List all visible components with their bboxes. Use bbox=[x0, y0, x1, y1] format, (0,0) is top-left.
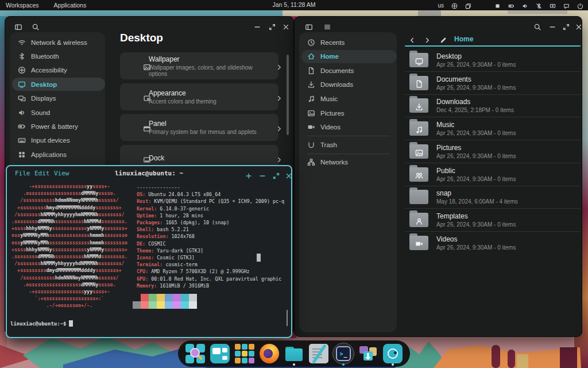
top-panel: WorkspacesApplications Jan 5, 11:28 AM u… bbox=[0, 0, 588, 10]
file-row-music[interactable]: MusicApr 26, 2024, 9:30AM - 0 items bbox=[405, 117, 581, 140]
accessibility-icon[interactable] bbox=[451, 2, 458, 9]
search-icon[interactable] bbox=[32, 21, 40, 29]
file-row-snap[interactable]: snapMay 18, 2024, 6:00AM - 4 items bbox=[405, 186, 581, 208]
battery-icon bbox=[18, 122, 26, 131]
settings-card-appearance[interactable]: AppearanceAccent colors and theming bbox=[120, 83, 278, 110]
palette-swatch bbox=[189, 301, 197, 309]
forward-button[interactable] bbox=[423, 34, 431, 43]
panel-menu-applications[interactable]: Applications bbox=[54, 2, 87, 9]
music-icon bbox=[307, 95, 315, 103]
sidebar-item-home[interactable]: Home bbox=[301, 50, 397, 63]
file-row-templates[interactable]: TemplatesApr 26, 2024, 9:30AM - 0 items bbox=[405, 209, 581, 231]
sidebar-item-sound[interactable]: Sound bbox=[12, 106, 105, 119]
maximize-button[interactable] bbox=[268, 21, 276, 29]
file-row-public[interactable]: PublicApr 26, 2024, 9:30AM - 0 items bbox=[405, 163, 581, 186]
bluetooth-off-icon[interactable] bbox=[536, 2, 542, 9]
palette-swatch bbox=[141, 301, 149, 309]
file-row-desktop[interactable]: DesktopApr 26, 2024, 9:30AM - 0 items bbox=[405, 49, 581, 71]
file-text: MusicApr 26, 2024, 9:30AM - 0 items bbox=[436, 121, 516, 136]
sidebar-item-networks[interactable]: Networks bbox=[301, 156, 397, 169]
close-button[interactable] bbox=[285, 170, 293, 178]
close-button[interactable] bbox=[282, 21, 290, 29]
video-icon bbox=[307, 123, 315, 131]
dock-item-app-store[interactable] bbox=[357, 340, 380, 367]
sidebar-item-input-devices[interactable]: Input devices bbox=[12, 134, 105, 147]
running-indicator bbox=[392, 363, 394, 366]
dock-card-icon bbox=[131, 154, 140, 162]
file-row-documents[interactable]: DocumentsApr 26, 2024, 9:30AM - 0 items bbox=[405, 72, 581, 94]
breadcrumb[interactable]: Home bbox=[454, 35, 473, 43]
battery-icon[interactable] bbox=[508, 2, 514, 9]
sidebar-toggle-icon[interactable] bbox=[305, 21, 313, 29]
sidebar-item-label: Sound bbox=[31, 109, 50, 116]
file-row-videos[interactable]: VideosApr 26, 2024, 9:30AM - 0 items bbox=[405, 232, 581, 254]
dock-item-app-library[interactable] bbox=[233, 340, 256, 367]
sidebar-item-desktop[interactable]: Desktop bbox=[12, 78, 105, 91]
sidebar-item-pictures[interactable]: Pictures bbox=[301, 106, 397, 120]
keyboard-layout-indicator[interactable]: us bbox=[438, 2, 444, 9]
close-button[interactable] bbox=[575, 21, 583, 29]
sidebar-toggle-icon[interactable] bbox=[14, 21, 22, 29]
sidebar-item-music[interactable]: Music bbox=[301, 92, 397, 105]
palette-swatch bbox=[181, 301, 189, 309]
folder-icon bbox=[409, 53, 428, 67]
sidebar-item-accessibility[interactable]: Accessibility bbox=[12, 64, 105, 77]
dock-item-firefox[interactable] bbox=[258, 340, 281, 367]
sidebar-item-downloads[interactable]: Downloads bbox=[301, 78, 397, 91]
sound-icon[interactable] bbox=[522, 2, 528, 9]
document-icon bbox=[307, 67, 315, 75]
maximize-button[interactable] bbox=[562, 21, 570, 29]
minimize-button[interactable] bbox=[258, 170, 266, 178]
terminal-prompt[interactable]: linuxiac@ubuntu:~$ bbox=[10, 320, 73, 327]
sidebar-item-trash[interactable]: Trash bbox=[301, 138, 397, 151]
file-name: Public bbox=[436, 167, 516, 175]
chat-icon[interactable] bbox=[563, 2, 570, 9]
dock-item-screenshots[interactable] bbox=[381, 340, 404, 367]
settings-card-panel[interactable]: PanelPrimary system bar for menus and ap… bbox=[120, 114, 278, 141]
settings-scrollbar[interactable] bbox=[287, 55, 289, 135]
back-button[interactable] bbox=[408, 34, 416, 43]
settings-card-wallpaper[interactable]: WallpaperWallpaper images, colors, and s… bbox=[120, 52, 278, 79]
sidebar-item-videos[interactable]: Videos bbox=[301, 121, 397, 134]
file-text: TemplatesApr 26, 2024, 9:30AM - 0 items bbox=[436, 212, 516, 228]
sidebar-item-label: Home bbox=[320, 53, 339, 60]
page-title: Desktop bbox=[120, 32, 163, 44]
file-row-downloads[interactable]: DownloadsDec 4, 2025, 2:18PM - 0 items bbox=[405, 94, 581, 117]
sidebar-item-displays[interactable]: Displays bbox=[12, 92, 105, 105]
palette-swatch bbox=[149, 301, 157, 309]
power-icon[interactable] bbox=[577, 2, 583, 9]
accessibility-icon bbox=[18, 66, 26, 74]
minimize-button[interactable] bbox=[548, 21, 556, 29]
square-icon[interactable] bbox=[494, 2, 501, 9]
sidebar-item-documents[interactable]: Documents bbox=[301, 64, 397, 77]
sidebar-item-applications[interactable]: Applications bbox=[12, 148, 105, 161]
clock[interactable]: Jan 5, 11:28 AM bbox=[272, 1, 315, 8]
folder-icon bbox=[409, 190, 428, 204]
sidebar-item-recents[interactable]: Recents bbox=[301, 36, 397, 49]
file-text: PublicApr 26, 2024, 9:30AM - 0 items bbox=[436, 167, 516, 182]
dock-item-terminal[interactable]: >_ bbox=[332, 340, 355, 367]
folder-icon bbox=[409, 121, 428, 136]
terminal-cursor bbox=[69, 320, 73, 327]
search-icon[interactable] bbox=[533, 21, 541, 29]
card-title: Dock bbox=[149, 154, 264, 162]
terminal-scrollbar[interactable] bbox=[287, 310, 288, 326]
window-stack-icon[interactable] bbox=[465, 2, 471, 9]
maximize-button[interactable] bbox=[272, 170, 280, 178]
file-name: Desktop bbox=[436, 52, 516, 60]
sidebar-item-network-wireless[interactable]: Network & wireless bbox=[12, 36, 105, 49]
sidebar-item-bluetooth[interactable]: Bluetooth bbox=[12, 49, 105, 63]
dock-item-workspaces[interactable] bbox=[208, 340, 231, 367]
panel-menu-workspaces[interactable]: Workspaces bbox=[6, 2, 39, 9]
dock-item-files[interactable] bbox=[283, 340, 305, 367]
file-row-pictures[interactable]: PicturesApr 26, 2024, 9:30AM - 0 items bbox=[405, 140, 581, 163]
dock-item-launcher[interactable] bbox=[184, 340, 207, 367]
edit-path-icon[interactable] bbox=[439, 34, 447, 43]
dock-item-text-editor[interactable] bbox=[307, 340, 330, 367]
new-tab-button[interactable] bbox=[245, 170, 253, 178]
screen-share-icon[interactable] bbox=[550, 2, 556, 9]
firefox-icon bbox=[260, 344, 279, 363]
menu-icon[interactable] bbox=[323, 21, 331, 29]
minimize-button[interactable] bbox=[253, 21, 261, 29]
sidebar-item-power-battery[interactable]: Power & battery bbox=[12, 120, 105, 133]
